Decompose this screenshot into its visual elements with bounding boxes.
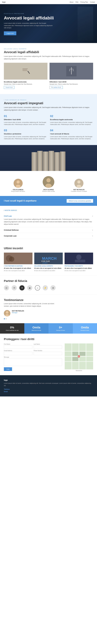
team-member-nat-role: Contabile-revisore contabile: [65, 191, 93, 192]
partners-grid: ◎ ✉ ✦ ◉ ◇ ⚡ ⊞: [4, 285, 93, 290]
solution-card-2-btn[interactable]: Per parlare di più: [50, 86, 63, 89]
feature-1: 01 Difendere i tuoi diritti Lorem ipsum …: [4, 114, 47, 126]
partner-6: ⚡: [43, 285, 48, 290]
stat-1-label: Clienti soddisfatti dei dati: [2, 330, 22, 331]
svg-rect-2: [22, 70, 27, 70]
nav-pricing[interactable]: Pricing Plan: [80, 1, 88, 3]
navigation: logo About FAQ Pricing Plan Contact: [0, 0, 97, 4]
service-corporate-row[interactable]: Corporate Law ∨: [4, 233, 93, 239]
testimonial-role: Manager: [12, 312, 24, 314]
svg-rect-3: [22, 70, 27, 71]
first-name-input[interactable]: [4, 345, 32, 349]
news-card-2-image: MARCH FOR OUR LIVES: [34, 252, 63, 264]
svg-rect-7: [71, 67, 72, 74]
solutions-title: Avvocati legali affidabili: [4, 50, 93, 54]
news-image-2-icon: MARCH FOR OUR LIVES: [34, 252, 63, 264]
stats-section: 0% Clienti soddisfatti dei dati Omila Bi…: [0, 323, 97, 334]
footer-brand-text: Lorem ipsum dolor sit amet, consectetur …: [4, 382, 93, 387]
map-placeholder: [65, 344, 93, 369]
footer-email-label: Email: [4, 391, 93, 392]
nav-faq[interactable]: FAQ: [75, 1, 78, 3]
nav-about[interactable]: About: [70, 1, 74, 3]
avatar-nat-icon: [74, 179, 84, 188]
feature-2: 02 Eccellenza legale assicurata Lorem ip…: [50, 114, 93, 126]
news-card-1-desc: Al vero che si accupent et suis dilem: [4, 270, 32, 272]
email-field: Email Address: [4, 350, 32, 355]
stat-1: 0% Clienti soddisfatti dei dati: [0, 323, 24, 334]
message-input[interactable]: [4, 358, 62, 366]
svg-point-21: [77, 185, 81, 188]
trusted-title: Avvocati esperti impegnati: [4, 101, 93, 105]
partner-5: ◇: [35, 285, 40, 290]
first-name-field: First Name: [4, 344, 32, 349]
team-member-jack-role: Direttore della vendita: [34, 191, 63, 192]
email-input[interactable]: [4, 352, 32, 355]
svg-text:MARCH: MARCH: [42, 256, 57, 260]
map-label: Narrazione: [65, 370, 93, 371]
svg-point-33: [6, 311, 8, 314]
svg-point-46: [78, 356, 79, 357]
partner-4: ◉: [27, 285, 32, 290]
first-name-label: First Name: [4, 344, 32, 345]
team-member-celia: CELIA ALMEDA Responsabile dell'ufficio: [4, 179, 32, 192]
form-name-row: First Name Last Name: [4, 344, 62, 349]
trusted-description: Lorem ipsum dolor sit amet, consectetur …: [4, 106, 92, 111]
service-civil-row[interactable]: Civil Law ∧ Lorem ipsum dolor sit amet, …: [4, 213, 93, 227]
news-card-3-tag: Proteggere i tuoi diritti: [65, 265, 93, 267]
solutions-cards: Eccellenza legale assicurata Sample text…: [4, 63, 93, 89]
svg-rect-43: [80, 352, 85, 356]
submit-button[interactable]: Invia: [4, 367, 12, 371]
svg-text:LIVES: LIVES: [42, 262, 47, 264]
news-grid: I tuoi partner di giustizia Al vero che …: [4, 252, 93, 272]
service-criminal-row[interactable]: Criminal Defense ∨: [4, 227, 93, 233]
trusted-tag: I TUOI AVVOCATI DI FIDUCIA: [4, 99, 93, 100]
message-field: Message: [4, 356, 62, 366]
message-label: Message: [4, 356, 62, 358]
solution-card-2: Difendere i tuoi diritti Sample text. Cl…: [50, 63, 93, 89]
solution-card-2-description: Sample text. Click to select the Text El…: [50, 83, 93, 85]
avatar-celia-icon: [13, 179, 23, 188]
contact-section: Proteggere i tuoi diritti First Name Las…: [0, 334, 97, 375]
stat-2-num: Omila: [26, 326, 47, 329]
service-corporate-title: Corporate Law: [4, 235, 16, 237]
testimonial-info: NAT REYNOLDS Manager: [12, 310, 24, 314]
trusted-lawyers-section: I TUOI AVVOCATI DI FIDUCIA Avvocati espe…: [0, 94, 97, 145]
testimonial-avatar: [4, 310, 10, 316]
news-card-2-tag: Soluzioni legali esperto: [34, 265, 63, 267]
stat-4-label: Esempio di testo: [75, 330, 95, 331]
svg-point-15: [16, 185, 20, 188]
cta-button[interactable]: Ottieni la tua consulenza gratuita: [67, 199, 93, 203]
nav-contact[interactable]: Contact: [90, 1, 95, 3]
last-name-field: Last Name: [34, 344, 62, 349]
service-civil-body: Lorem ipsum dolor sit amet, consectetur …: [4, 217, 93, 227]
phone-input[interactable]: [34, 352, 62, 355]
stat-2-label: Bilancione dei dati: [26, 330, 47, 331]
last-name-input[interactable]: [34, 345, 62, 349]
stat-3: 0+ Esempio di testo: [49, 323, 73, 334]
service-civil-title: Civil Law: [4, 215, 12, 217]
solution-card-1-btn[interactable]: Scopri di più: [4, 86, 14, 89]
solution-card-1-image: [4, 63, 47, 80]
cta-title: I tuoi scudi legali ti aspettano: [4, 200, 36, 202]
stat-4: Omila Esempio di testo: [73, 323, 97, 334]
footer-tel-label: Telefono: [4, 388, 93, 390]
dot-2: [5, 318, 6, 319]
svg-point-18: [45, 184, 52, 188]
news-card-1-tag: I tuoi partner di giustizia: [4, 265, 32, 267]
svg-rect-9: [70, 69, 70, 71]
solution-card-1-title: Eccellenza legale assicurata: [4, 81, 47, 83]
stat-4-num: Omila: [75, 326, 95, 329]
form-contact-row: Email Address Phone Number: [4, 350, 62, 355]
service-civil-chevron: ∧: [92, 215, 93, 217]
svg-point-14: [16, 180, 20, 184]
partner-2: ✉: [12, 285, 17, 290]
svg-rect-44: [72, 357, 78, 361]
hero-cta-button[interactable]: Leggi di più: [4, 31, 16, 35]
news-card-2-title: Al vero che si accupent et suis dilem: [34, 267, 63, 270]
feature-2-title: Eccellenza legale assicurata: [50, 118, 93, 120]
svg-rect-10: [73, 69, 73, 71]
legal-solutions-section: SOLUZIONI LEGALI ESPERTE Avvocati legali…: [0, 43, 97, 94]
logo[interactable]: logo: [2, 1, 5, 3]
stat-3-num: 0+: [51, 326, 71, 329]
solutions-description: Lorem ipsum dolor sit amet, consectetur …: [4, 55, 92, 60]
